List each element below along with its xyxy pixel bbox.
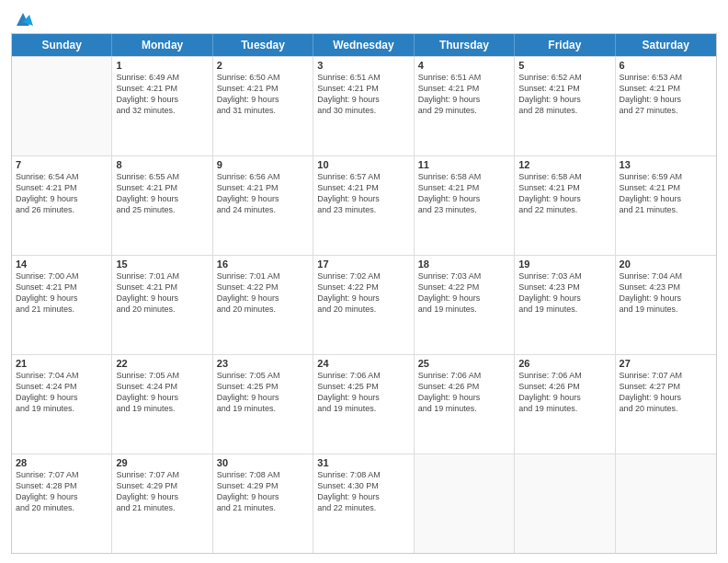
day-number: 24 — [317, 358, 409, 369]
day-number: 21 — [16, 358, 108, 369]
day-info: Sunrise: 7:03 AM Sunset: 4:23 PM Dayligh… — [518, 270, 610, 316]
day-number: 8 — [116, 159, 208, 170]
calendar-cell — [515, 454, 615, 553]
day-number: 26 — [518, 358, 610, 369]
day-info: Sunrise: 7:01 AM Sunset: 4:21 PM Dayligh… — [116, 270, 208, 316]
calendar-row: 1Sunrise: 6:49 AM Sunset: 4:21 PM Daylig… — [12, 56, 716, 155]
calendar-cell: 31Sunrise: 7:08 AM Sunset: 4:30 PM Dayli… — [313, 454, 414, 553]
day-info: Sunrise: 7:04 AM Sunset: 4:24 PM Dayligh… — [16, 370, 108, 415]
day-number: 1 — [116, 60, 208, 71]
calendar-cell: 11Sunrise: 6:58 AM Sunset: 4:21 PM Dayli… — [415, 156, 515, 255]
day-info: Sunrise: 7:08 AM Sunset: 4:30 PM Dayligh… — [317, 469, 409, 514]
logo-icon — [13, 9, 33, 29]
day-number: 23 — [217, 358, 309, 369]
day-number: 16 — [217, 259, 309, 270]
weekday-header: Tuesday — [213, 34, 313, 56]
calendar-row: 21Sunrise: 7:04 AM Sunset: 4:24 PM Dayli… — [12, 354, 716, 454]
day-info: Sunrise: 7:00 AM Sunset: 4:21 PM Dayligh… — [16, 270, 108, 316]
day-info: Sunrise: 6:53 AM Sunset: 4:21 PM Dayligh… — [620, 72, 712, 117]
calendar-cell — [415, 454, 515, 553]
calendar-cell: 23Sunrise: 7:05 AM Sunset: 4:25 PM Dayli… — [213, 355, 313, 454]
logo — [11, 9, 33, 26]
day-info: Sunrise: 7:04 AM Sunset: 4:23 PM Dayligh… — [620, 270, 712, 316]
day-info: Sunrise: 7:05 AM Sunset: 4:24 PM Dayligh… — [116, 370, 208, 415]
calendar-cell: 7Sunrise: 6:54 AM Sunset: 4:21 PM Daylig… — [12, 156, 112, 255]
day-info: Sunrise: 6:59 AM Sunset: 4:21 PM Dayligh… — [620, 171, 712, 216]
day-info: Sunrise: 7:07 AM Sunset: 4:27 PM Dayligh… — [620, 370, 712, 415]
day-number: 5 — [518, 60, 610, 71]
day-info: Sunrise: 6:51 AM Sunset: 4:21 PM Dayligh… — [317, 72, 409, 117]
page: SundayMondayTuesdayWednesdayThursdayFrid… — [0, 0, 728, 563]
calendar: SundayMondayTuesdayWednesdayThursdayFrid… — [11, 33, 717, 554]
calendar-cell: 27Sunrise: 7:07 AM Sunset: 4:27 PM Dayli… — [616, 355, 716, 454]
day-info: Sunrise: 7:02 AM Sunset: 4:22 PM Dayligh… — [317, 270, 409, 316]
day-number: 18 — [418, 259, 510, 270]
calendar-cell: 3Sunrise: 6:51 AM Sunset: 4:21 PM Daylig… — [313, 57, 414, 155]
day-info: Sunrise: 6:51 AM Sunset: 4:21 PM Dayligh… — [418, 72, 510, 117]
calendar-cell: 16Sunrise: 7:01 AM Sunset: 4:22 PM Dayli… — [213, 256, 313, 354]
calendar-cell: 22Sunrise: 7:05 AM Sunset: 4:24 PM Dayli… — [112, 355, 212, 454]
weekday-header: Wednesday — [313, 34, 414, 56]
day-number: 14 — [16, 259, 108, 270]
day-info: Sunrise: 6:50 AM Sunset: 4:21 PM Dayligh… — [217, 72, 309, 117]
weekday-header: Friday — [515, 34, 615, 56]
weekday-header: Monday — [112, 34, 212, 56]
calendar-row: 14Sunrise: 7:00 AM Sunset: 4:21 PM Dayli… — [12, 255, 716, 354]
calendar-cell: 29Sunrise: 7:07 AM Sunset: 4:29 PM Dayli… — [112, 454, 212, 553]
day-number: 12 — [518, 159, 610, 170]
day-number: 25 — [418, 358, 510, 369]
day-info: Sunrise: 6:58 AM Sunset: 4:21 PM Dayligh… — [418, 171, 510, 216]
calendar-cell: 30Sunrise: 7:08 AM Sunset: 4:29 PM Dayli… — [213, 454, 313, 553]
day-info: Sunrise: 6:49 AM Sunset: 4:21 PM Dayligh… — [116, 72, 208, 117]
calendar-cell: 28Sunrise: 7:07 AM Sunset: 4:28 PM Dayli… — [12, 454, 112, 553]
weekday-header: Saturday — [616, 34, 716, 56]
day-info: Sunrise: 6:55 AM Sunset: 4:21 PM Dayligh… — [116, 171, 208, 216]
calendar-cell: 25Sunrise: 7:06 AM Sunset: 4:26 PM Dayli… — [415, 355, 515, 454]
day-info: Sunrise: 7:08 AM Sunset: 4:29 PM Dayligh… — [217, 469, 309, 514]
calendar-cell: 12Sunrise: 6:58 AM Sunset: 4:21 PM Dayli… — [515, 156, 615, 255]
day-number: 28 — [16, 457, 108, 468]
day-number: 6 — [620, 60, 712, 71]
day-number: 31 — [317, 457, 409, 468]
day-number: 11 — [418, 159, 510, 170]
day-number: 29 — [116, 457, 208, 468]
day-number: 3 — [317, 60, 409, 71]
calendar-cell: 15Sunrise: 7:01 AM Sunset: 4:21 PM Dayli… — [112, 256, 212, 354]
day-info: Sunrise: 7:06 AM Sunset: 4:26 PM Dayligh… — [518, 370, 610, 415]
day-info: Sunrise: 7:05 AM Sunset: 4:25 PM Dayligh… — [217, 370, 309, 415]
day-number: 15 — [116, 259, 208, 270]
day-number: 13 — [620, 159, 712, 170]
calendar-cell: 19Sunrise: 7:03 AM Sunset: 4:23 PM Dayli… — [515, 256, 615, 354]
day-number: 10 — [317, 159, 409, 170]
day-number: 7 — [16, 159, 108, 170]
day-number: 30 — [217, 457, 309, 468]
day-info: Sunrise: 7:06 AM Sunset: 4:26 PM Dayligh… — [418, 370, 510, 415]
day-info: Sunrise: 6:54 AM Sunset: 4:21 PM Dayligh… — [16, 171, 108, 216]
day-info: Sunrise: 7:07 AM Sunset: 4:28 PM Dayligh… — [16, 469, 108, 514]
calendar-cell: 10Sunrise: 6:57 AM Sunset: 4:21 PM Dayli… — [313, 156, 414, 255]
day-info: Sunrise: 6:52 AM Sunset: 4:21 PM Dayligh… — [518, 72, 610, 117]
calendar-cell: 2Sunrise: 6:50 AM Sunset: 4:21 PM Daylig… — [213, 57, 313, 155]
calendar-cell: 6Sunrise: 6:53 AM Sunset: 4:21 PM Daylig… — [616, 57, 716, 155]
calendar-cell: 18Sunrise: 7:03 AM Sunset: 4:22 PM Dayli… — [415, 256, 515, 354]
day-info: Sunrise: 7:06 AM Sunset: 4:25 PM Dayligh… — [317, 370, 409, 415]
day-number: 17 — [317, 259, 409, 270]
calendar-cell: 13Sunrise: 6:59 AM Sunset: 4:21 PM Dayli… — [616, 156, 716, 255]
calendar-cell: 26Sunrise: 7:06 AM Sunset: 4:26 PM Dayli… — [515, 355, 615, 454]
calendar-cell: 4Sunrise: 6:51 AM Sunset: 4:21 PM Daylig… — [415, 57, 515, 155]
day-number: 9 — [217, 159, 309, 170]
day-number: 22 — [116, 358, 208, 369]
calendar-cell: 20Sunrise: 7:04 AM Sunset: 4:23 PM Dayli… — [616, 256, 716, 354]
calendar-row: 28Sunrise: 7:07 AM Sunset: 4:28 PM Dayli… — [12, 454, 716, 553]
calendar-cell: 1Sunrise: 6:49 AM Sunset: 4:21 PM Daylig… — [112, 57, 212, 155]
calendar-body: 1Sunrise: 6:49 AM Sunset: 4:21 PM Daylig… — [12, 56, 716, 553]
day-number: 20 — [620, 259, 712, 270]
calendar-cell: 21Sunrise: 7:04 AM Sunset: 4:24 PM Dayli… — [12, 355, 112, 454]
day-info: Sunrise: 7:07 AM Sunset: 4:29 PM Dayligh… — [116, 469, 208, 514]
day-number: 19 — [518, 259, 610, 270]
calendar-cell: 8Sunrise: 6:55 AM Sunset: 4:21 PM Daylig… — [112, 156, 212, 255]
day-number: 4 — [418, 60, 510, 71]
calendar-cell: 14Sunrise: 7:00 AM Sunset: 4:21 PM Dayli… — [12, 256, 112, 354]
calendar-cell: 5Sunrise: 6:52 AM Sunset: 4:21 PM Daylig… — [515, 57, 615, 155]
header — [11, 9, 717, 26]
